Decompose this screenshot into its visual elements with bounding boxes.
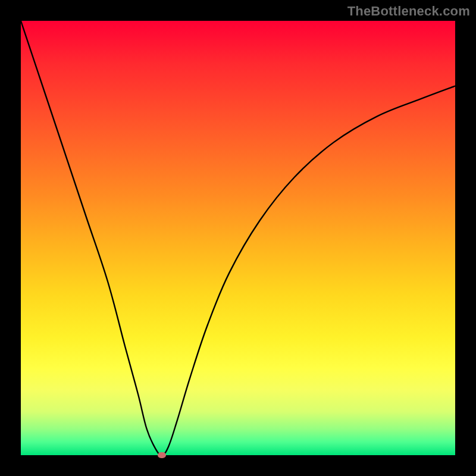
chart-frame: TheBottleneck.com	[0, 0, 476, 476]
bottleneck-curve	[21, 21, 455, 455]
minimum-marker	[158, 452, 166, 458]
watermark-text: TheBottleneck.com	[347, 4, 470, 19]
plot-area	[21, 21, 455, 455]
curve-svg	[21, 21, 455, 455]
